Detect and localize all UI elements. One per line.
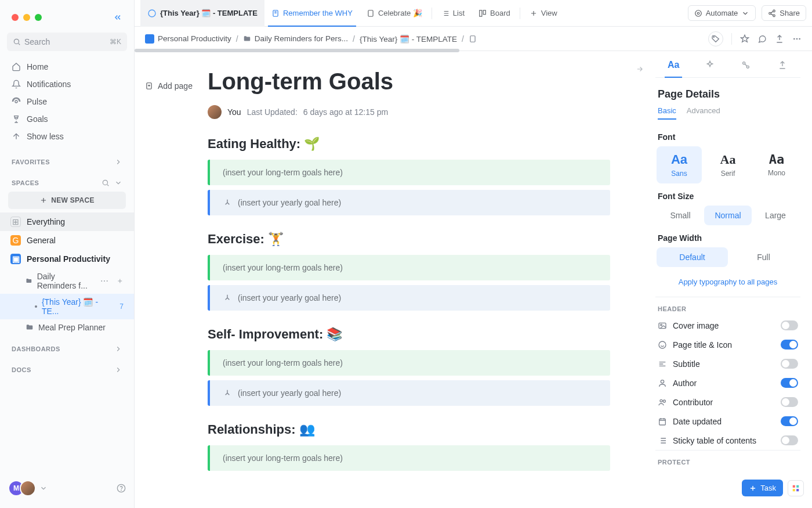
avatar-stack[interactable]: M [8, 480, 36, 496]
tab-celebrate[interactable]: Celebrate 🎉 [360, 0, 429, 27]
width-full[interactable]: Full [728, 247, 799, 267]
export-icon[interactable] [775, 34, 784, 44]
crumb-folder[interactable]: Daily Reminders for Pers... [243, 34, 348, 43]
docs-header[interactable]: DOCS [0, 356, 134, 377]
section-heading[interactable]: Eating Healthy: 🌱 [208, 136, 610, 152]
search-input[interactable]: Search ⌘K [7, 33, 127, 51]
minimize-window-dot[interactable] [23, 14, 30, 21]
toggle-switch[interactable] [781, 435, 798, 445]
longterm-callout[interactable]: (insert your long-term goals here) [208, 445, 610, 471]
crumb-2-label: Daily Reminders for Pers... [255, 34, 348, 43]
panel-tab-ai[interactable] [695, 52, 724, 78]
font-mono[interactable]: AaMono [754, 146, 799, 183]
nav-home[interactable]: Home [0, 58, 134, 75]
fontsize-normal[interactable]: Normal [704, 206, 752, 225]
tab-remember-why[interactable]: Remember the WHY [264, 0, 360, 27]
toggle-switch[interactable] [781, 359, 798, 369]
yearly-callout[interactable]: (insert your yearly goal here) [208, 285, 610, 311]
horizontal-scrollbar[interactable] [135, 49, 459, 52]
panel-tab-typography[interactable]: Aa [659, 52, 688, 78]
subtab-advanced[interactable]: Advanced [687, 106, 720, 120]
collapse-sidebar-icon[interactable] [113, 13, 122, 22]
fontsize-small[interactable]: Small [657, 206, 704, 225]
crumb-current[interactable]: {This Year} 🗓️ - TEMPLATE [360, 34, 457, 44]
width-default[interactable]: Default [657, 247, 728, 267]
section-heading[interactable]: Exercise: 🏋️ [208, 232, 610, 247]
space-general[interactable]: GGeneral [0, 231, 134, 250]
help-icon[interactable] [117, 484, 126, 493]
spaces-search-icon[interactable] [102, 179, 110, 187]
maximize-window-dot[interactable] [35, 14, 42, 21]
dashboards-header[interactable]: DASHBOARDS [0, 336, 134, 356]
longterm-callout[interactable]: (insert your long-term goals here) [208, 350, 610, 376]
nav-pulse[interactable]: Pulse [0, 93, 134, 110]
nav-show-less[interactable]: Show less [0, 128, 134, 145]
svg-rect-29 [659, 419, 666, 425]
tab-list[interactable]: List [434, 0, 472, 27]
more-icon[interactable]: ⋯ [100, 276, 108, 286]
new-space-button[interactable]: NEW SPACE [8, 192, 126, 209]
toggle-switch[interactable] [781, 416, 798, 426]
spaces-header[interactable]: SPACES [0, 170, 134, 190]
apply-typography-link[interactable]: Apply typography to all pages [655, 267, 800, 297]
yearly-callout[interactable]: (insert your yearly goal here) [208, 380, 610, 406]
section-heading[interactable]: Self- Improvement: 📚 [208, 327, 610, 342]
collapse-arrow-icon[interactable] [223, 198, 232, 207]
nav-notifications[interactable]: Notifications [0, 75, 134, 93]
toggle-switch[interactable] [781, 378, 798, 388]
space-everything-label: Everything [27, 217, 65, 226]
sidebar-item-meal-prep[interactable]: Meal Prep Planner [0, 319, 134, 336]
tab-add-view[interactable]: View [523, 0, 564, 27]
chevron-down-icon[interactable] [114, 179, 122, 187]
comment-icon[interactable] [757, 34, 767, 44]
favorites-label: FAVORITES [12, 158, 50, 165]
new-task-button[interactable]: Task [742, 480, 783, 496]
space-personal-productivity[interactable]: ▣Personal Productivity [0, 250, 134, 268]
longterm-callout[interactable]: (insert your long-term goals here) [208, 255, 610, 280]
apps-button[interactable] [788, 480, 804, 496]
add-page-button[interactable]: Add page [145, 81, 193, 91]
yearly-callout[interactable]: (insert your yearly goal here) [208, 190, 610, 215]
tag-icon[interactable] [708, 31, 723, 46]
toggle-switch[interactable] [781, 340, 798, 350]
add-page-label: Add page [158, 81, 193, 91]
callout-text: (insert your long-term goals here) [223, 358, 343, 368]
toggle-label: Subtitle [673, 359, 700, 369]
chevron-down-icon[interactable] [39, 484, 48, 492]
close-window-dot[interactable] [12, 14, 19, 21]
tab-this-year[interactable]: {This Year} 🗓️ - TEMPLATE [140, 0, 264, 27]
panel-title: Page Details [655, 78, 800, 106]
tab-board[interactable]: Board [472, 0, 517, 27]
more-icon[interactable] [792, 34, 802, 44]
toggle-author: Author [655, 373, 800, 392]
automate-button[interactable]: Automate [688, 5, 756, 21]
section-heading[interactable]: Relationships: 👥 [208, 422, 610, 437]
crumb-space[interactable]: Personal Productivity [145, 34, 231, 44]
toggle-label: Contributor [673, 398, 713, 407]
font-serif-label: Serif [721, 170, 735, 178]
sidebar-item-this-year[interactable]: {This Year} 🗓️ - TE...7 [0, 294, 134, 319]
longterm-callout[interactable]: (insert your long-term goals here) [208, 160, 610, 185]
fontsize-large[interactable]: Large [752, 206, 799, 225]
nav-goals[interactable]: Goals [0, 110, 134, 128]
toggle-switch[interactable] [781, 397, 798, 407]
space-everything[interactable]: ⊞Everything [0, 212, 134, 231]
collapse-arrow-icon[interactable] [223, 388, 232, 398]
toggle-switch[interactable] [781, 320, 798, 330]
add-icon[interactable] [117, 277, 124, 285]
font-sans[interactable]: AaSans [657, 146, 702, 183]
collapse-arrow-icon[interactable] [223, 293, 232, 302]
page-title[interactable]: Long-term Goals [208, 69, 622, 95]
panel-tab-export[interactable] [768, 52, 797, 78]
font-serif[interactable]: AaSerif [705, 146, 751, 183]
share-label: Share [780, 9, 800, 17]
panel-tab-relationships[interactable] [731, 52, 760, 78]
favorites-header[interactable]: FAVORITES [0, 149, 134, 170]
author-avatar[interactable] [208, 105, 222, 119]
svg-point-18 [796, 38, 798, 39]
share-button[interactable]: Share [762, 5, 806, 21]
sidebar-item-daily-reminders[interactable]: Daily Reminders f...⋯ [0, 268, 134, 294]
subtab-basic[interactable]: Basic [658, 106, 676, 120]
open-panel-icon[interactable] [636, 65, 644, 73]
star-icon[interactable] [740, 34, 749, 44]
